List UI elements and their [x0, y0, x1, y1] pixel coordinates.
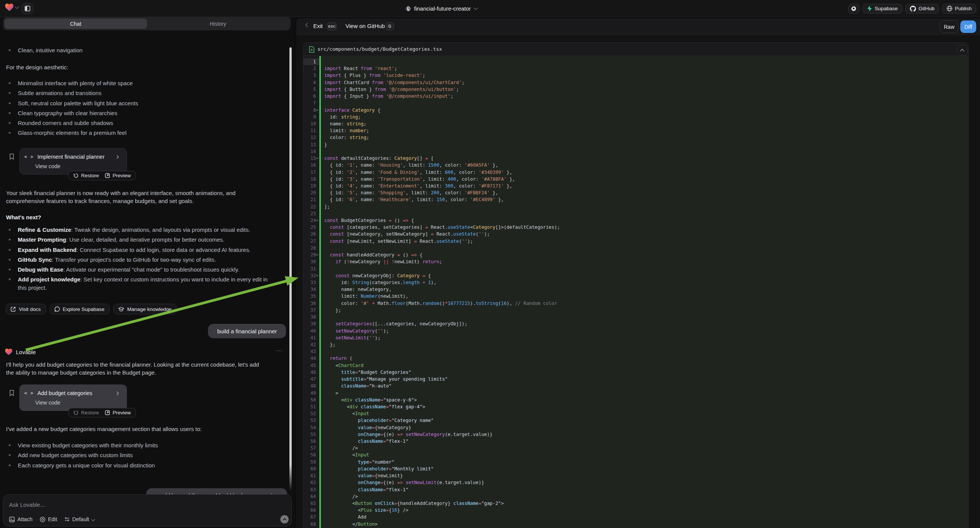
- project-title[interactable]: financial-future-creator: [414, 5, 471, 12]
- code-line: 7: [304, 100, 968, 107]
- tab-chat[interactable]: Chat: [5, 19, 147, 29]
- list-item: Subtle animations and transitions: [6, 89, 289, 97]
- restore-button[interactable]: Restore: [73, 410, 99, 415]
- back-chevron-icon[interactable]: [305, 23, 310, 27]
- project-menu-chevron-icon[interactable]: [474, 6, 478, 10]
- toggle-sidebar-button[interactable]: [22, 3, 33, 14]
- restore-button[interactable]: Restore: [73, 173, 99, 178]
- code-line: 9 id: string;: [304, 114, 968, 121]
- card-title: Implement financial planner: [38, 154, 105, 160]
- code-line: 54 value={newCategory}: [304, 424, 968, 431]
- code-line: 17 { id: '2', name: 'Food & Dining', lim…: [304, 169, 968, 176]
- code-line: 6import { Input } from '@/components/ui/…: [304, 93, 968, 100]
- code-line: 34 name: newCategory,: [304, 286, 968, 293]
- file-card-header[interactable]: src/components/budget/BudgetCategories.t…: [304, 43, 968, 56]
- chat-text: I've added a new budget categories manag…: [6, 425, 289, 433]
- code-line: 43: [304, 348, 968, 355]
- code-line: 29 const handleAddCategory = () => {: [304, 251, 968, 258]
- code-line: 63 className="flex-1": [304, 486, 968, 493]
- chat-message-list: Clean, intuitive navigationFor the desig…: [0, 17, 294, 528]
- chat-text: Your sleek financial planner is now read…: [6, 189, 289, 205]
- code-line: 46 title="Budget Categories": [304, 369, 968, 376]
- chat-scrollbar[interactable]: [290, 47, 292, 491]
- code-line: 21 { id: '6', name: 'Healthcare', limit:…: [304, 196, 968, 203]
- code-line: 47 subtitle="Manage your spending limits…: [304, 376, 968, 383]
- github-button[interactable]: GitHub: [905, 4, 939, 14]
- chat-panel: Clean, intuitive navigationFor the desig…: [0, 17, 294, 528]
- settings-button[interactable]: [848, 4, 859, 14]
- code-line: 49 >: [304, 390, 968, 396]
- gear-icon: [851, 6, 856, 11]
- publish-button[interactable]: Publish: [942, 4, 976, 14]
- view-on-github-link[interactable]: View on GitHub: [345, 23, 385, 29]
- code-line: 48 className="h-auto": [304, 383, 968, 390]
- sliders-icon: [64, 517, 70, 522]
- view-code-link[interactable]: View code: [35, 163, 60, 169]
- action-manage-knowledge[interactable]: Manage knowledge: [113, 304, 177, 314]
- list-item: Refine & Customize: Tweak the design, an…: [6, 226, 289, 234]
- preview-button[interactable]: Preview: [105, 173, 131, 178]
- bookmark-icon[interactable]: [10, 153, 14, 161]
- preview-button[interactable]: Preview: [105, 410, 131, 415]
- code-line: 5import { Button } from '@/components/ui…: [304, 86, 968, 93]
- code-line: 16 { id: '1', name: 'Housing', limit: 15…: [304, 162, 968, 169]
- code-line: 1: [304, 58, 968, 65]
- edit-icon: [40, 517, 45, 522]
- chat-input[interactable]: Ask Lovable... Attach Edit: [3, 494, 292, 526]
- g-key-badge: G: [386, 22, 394, 30]
- attach-button[interactable]: Attach: [9, 516, 33, 522]
- list-item: Minimalist interface with plenty of whit…: [6, 79, 289, 87]
- chevron-right-icon: [115, 155, 119, 159]
- tab-history[interactable]: History: [147, 19, 290, 29]
- list-item: Expand with Backend: Connect Supabase to…: [6, 246, 289, 254]
- file-path: src/components/budget/BudgetCategories.t…: [317, 46, 442, 52]
- diff-toggle-button[interactable]: Diff: [960, 21, 976, 33]
- code-line: 2import React from 'react';: [304, 65, 968, 72]
- topbar: financial-future-creator Supabase GitHub: [0, 0, 980, 17]
- list-item: Clean typography with clear hierarchies: [6, 109, 289, 117]
- view-code-link[interactable]: View code: [35, 399, 60, 406]
- code-line: 14: [304, 148, 968, 155]
- code-line: 41 setNewLimit('');: [304, 334, 968, 341]
- code-line: 31: [304, 266, 968, 272]
- code-line: 19 { id: '4', name: 'Entertainment', lim…: [304, 183, 968, 189]
- bookmark-icon[interactable]: [10, 390, 14, 398]
- code-line: 55 onChange={(e) => setNewCategory(e.tar…: [304, 431, 968, 438]
- action-explore-supabase[interactable]: Explore Supabase: [49, 304, 110, 314]
- code-line: 23: [304, 210, 968, 217]
- message-menu-button[interactable]: ···: [276, 347, 283, 353]
- code-line: 10 name: string;: [304, 121, 968, 127]
- code-area: 12import React from 'react';3import { Pl…: [304, 56, 968, 528]
- supabase-button[interactable]: Supabase: [862, 4, 902, 14]
- code-line: 38: [304, 313, 968, 320]
- logo-menu-chevron-icon[interactable]: [15, 5, 19, 9]
- code-change-card[interactable]: < >Add budget categoriesView code: [19, 385, 127, 411]
- chat-bullet-list: View existing budget categories with the…: [6, 441, 289, 471]
- file-added-icon: [309, 46, 314, 52]
- list-item: Add new budget categories with custom li…: [6, 451, 289, 459]
- card-actions-pill: RestorePreview: [68, 408, 136, 417]
- lovable-logo-icon[interactable]: [5, 3, 14, 11]
- code-line: 18 { id: '3', name: 'Transportation', li…: [304, 176, 968, 183]
- raw-toggle-button[interactable]: Raw: [940, 21, 958, 33]
- exit-button[interactable]: Exit: [313, 23, 323, 29]
- code-line: 3import { Plus } from 'lucide-react';: [304, 72, 968, 79]
- code-viewer-panel: Exit ESC View on GitHub G Raw Diff src/c…: [296, 18, 980, 528]
- code-line: 20 { id: '5', name: 'Shopping', limit: 2…: [304, 189, 968, 196]
- supabase-icon: [867, 6, 872, 11]
- chat-text: For the design aesthetic:: [6, 63, 289, 71]
- code-line: 65 <Button onClick={handleAddCategory} c…: [304, 500, 968, 507]
- list-item: Add project knowledge: Set key context o…: [6, 275, 289, 292]
- code-brackets-icon: < >: [24, 391, 34, 396]
- code-line: 66 <Plus size={16} />: [304, 507, 968, 514]
- collapse-file-button[interactable]: [957, 45, 967, 56]
- code-line: 59 type="number": [304, 459, 968, 466]
- card-title-row: < >Implement financial planner: [24, 153, 123, 161]
- card-title-row: < >Add budget categories: [24, 389, 123, 397]
- send-button[interactable]: [280, 515, 289, 523]
- code-line: 28: [304, 245, 968, 251]
- edit-button[interactable]: Edit: [40, 516, 57, 522]
- mode-select[interactable]: Default: [64, 516, 95, 522]
- action-visit-docs[interactable]: Visit docs: [6, 304, 46, 314]
- code-line: 26 const [newCategory, setNewCategory] =…: [304, 231, 968, 237]
